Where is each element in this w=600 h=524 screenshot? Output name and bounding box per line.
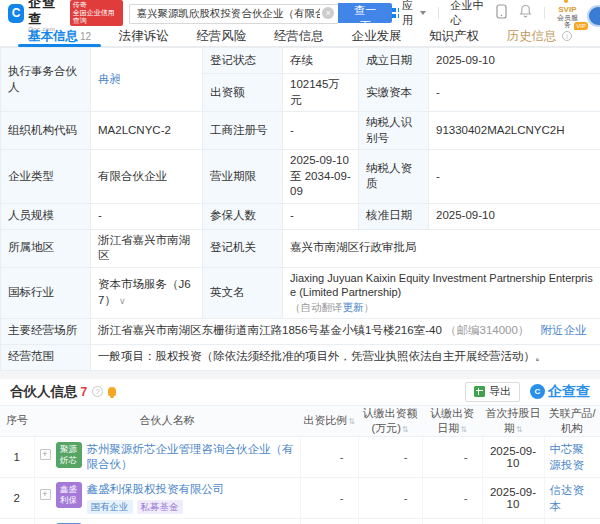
- tag-private-fund: 私募基金: [137, 500, 183, 514]
- col-header-name: 合伙人名称: [34, 405, 300, 436]
- industry-cell: 资本市场服务（J67）∨: [91, 267, 203, 318]
- qcc-company-page: C 企查查 Qcc.com 传奇 全国企业信用查询 × 查一下 应用: [0, 0, 600, 524]
- staff-size-value: -: [91, 203, 203, 229]
- col-header-amount[interactable]: 认缴出资额(万元)⇅: [358, 405, 422, 436]
- field-label: 登记状态: [203, 48, 283, 74]
- monitor-bell-icon[interactable]: [108, 387, 116, 396]
- capital-value: 102145万元: [283, 74, 359, 112]
- field-label: 参保人数: [203, 203, 283, 229]
- field-label: 执行事务合伙人: [1, 48, 91, 112]
- sort-icon: ⇅: [348, 417, 355, 426]
- paid-capital-value: -: [429, 74, 600, 112]
- tab-basic-info[interactable]: 基本信息12: [18, 26, 101, 47]
- expand-button[interactable]: +: [40, 449, 51, 460]
- ratio-cell: -: [300, 477, 358, 518]
- enterprise-center-link[interactable]: 企业中心: [451, 0, 484, 28]
- tab-legal[interactable]: 法律诉讼: [109, 26, 179, 47]
- expand-button[interactable]: +: [40, 489, 51, 500]
- executive-partner-link[interactable]: 冉昶: [98, 73, 121, 85]
- field-label: 人员规模: [1, 203, 91, 229]
- taxpayer-id-value: 91330402MA2LCNYC2H: [429, 112, 600, 150]
- related-org-link[interactable]: 信达资本: [550, 484, 585, 512]
- qcc-watermark: C 企查查: [530, 383, 590, 401]
- english-name: Jiaxing Juyuan Kaixin Equity Investment …: [290, 271, 593, 301]
- field-label: 纳税人资质: [359, 150, 429, 204]
- field-label: 工商注册号: [203, 112, 283, 150]
- amount-cell: -: [358, 477, 422, 518]
- col-header-date[interactable]: 认缴出资日期⇅: [422, 405, 482, 436]
- tab-ip[interactable]: 知识产权: [419, 26, 489, 47]
- partner-logo: 鑫盛利保: [56, 482, 82, 508]
- field-label: 登记机关: [203, 229, 283, 267]
- row-number: 1: [0, 436, 34, 477]
- ratio-cell: -: [300, 436, 358, 477]
- apps-grid-icon: [392, 8, 399, 18]
- amount-cell: -: [358, 436, 422, 477]
- col-header-no: 序号: [0, 405, 34, 436]
- auto-translate-note: （自动翻译更新）: [290, 300, 593, 314]
- sort-icon: ⇅: [460, 425, 467, 434]
- sort-icon: ⇅: [402, 425, 409, 434]
- field-label: 主要经营场所: [1, 318, 91, 344]
- authority-value: 嘉兴市南湖区行政审批局: [283, 229, 600, 267]
- mobile-app-icon[interactable]: [496, 4, 507, 23]
- field-label: 企业类型: [1, 150, 91, 204]
- col-header-ratio[interactable]: 出资比例⇅: [300, 405, 358, 436]
- search-bar: × 查一下: [129, 3, 392, 23]
- tax-qualification-value: -: [429, 150, 600, 204]
- first-date-cell: 2025-09-10: [482, 518, 544, 524]
- tab-risk[interactable]: 经营风险: [186, 26, 256, 47]
- partner-row: 2 + 鑫盛利保 鑫盛利保股权投资有限公司 国有企业 私募基金 -: [0, 477, 600, 518]
- company-type-value: 有限合伙企业: [91, 150, 203, 204]
- search-input[interactable]: [129, 4, 338, 24]
- section-divider: [0, 371, 600, 379]
- brand-name: 企查查: [28, 0, 56, 26]
- qcc-logo-icon[interactable]: C: [8, 4, 24, 23]
- address-value: 浙江省嘉兴市南湖区东栅街道南江路1856号基金小镇1号楼216室-40: [98, 324, 442, 336]
- apps-menu[interactable]: 应用: [392, 0, 425, 28]
- search-button[interactable]: 查一下: [338, 3, 392, 23]
- partner-logo: 聚源炘芯: [56, 442, 82, 468]
- zip-code: （邮编314000）: [445, 324, 529, 336]
- reg-status-value: 存续: [283, 48, 359, 74]
- field-label: 成立日期: [359, 48, 429, 74]
- business-term-value: 2025-09-10 至 2034-09-09: [283, 150, 359, 204]
- field-label: 经营范围: [1, 344, 91, 370]
- divider: [544, 7, 545, 19]
- tab-operation[interactable]: 经营信息: [264, 26, 334, 47]
- executive-partner-cell: 冉昶: [91, 48, 203, 112]
- col-header-first-date[interactable]: 首次持股日期⇅: [482, 405, 544, 436]
- field-label: 出资额: [203, 74, 283, 112]
- business-scope-value: 一般项目：股权投资（除依法须经批准的项目外，凭营业执照依法自主开展经营活动）。: [91, 344, 600, 370]
- partner-name-link[interactable]: 苏州聚源炘芯企业管理咨询合伙企业（有限合伙）: [87, 442, 295, 472]
- date-cell: -: [422, 436, 482, 477]
- info-icon: i: [562, 31, 572, 41]
- partner-name-link[interactable]: 鑫盛利保股权投资有限公司: [87, 482, 225, 497]
- top-bar: C 企查查 Qcc.com 传奇 全国企业信用查询 × 查一下 应用: [0, 0, 600, 26]
- col-header-related: 关联产品/机构: [544, 405, 600, 436]
- tab-development[interactable]: 企业发展: [341, 26, 411, 47]
- top-nav: 应用 企业中心 SVIP 会员服务: [392, 0, 592, 28]
- date-cell: -: [422, 518, 482, 524]
- tab-history[interactable]: 历史信息 VIP i: [497, 26, 582, 47]
- update-link[interactable]: 更新: [343, 301, 364, 313]
- field-label: 组织机构代码: [1, 112, 91, 150]
- first-date-cell: 2025-09-10: [482, 436, 544, 477]
- chevron-down-icon: [420, 11, 426, 15]
- ratio-cell: -: [300, 518, 358, 524]
- chevron-down-icon[interactable]: ∨: [119, 296, 126, 306]
- qcc-watermark-icon: C: [530, 384, 545, 399]
- partner-row: 3 + 泰康乾贞 南昌泰康乾贞股权投资基金（有限合伙） 私募基金 - - -: [0, 518, 600, 524]
- nearby-companies-link[interactable]: 附近企业: [541, 324, 587, 336]
- divider: [438, 7, 439, 19]
- address-cell: 浙江省嘉兴市南湖区东栅街道南江路1856号基金小镇1号楼216室-40 （邮编3…: [91, 318, 600, 344]
- export-button[interactable]: 导出: [465, 382, 520, 402]
- help-icon[interactable]: ?: [92, 386, 103, 397]
- related-org-link[interactable]: 中芯聚源投资: [550, 443, 585, 471]
- brand-slogan-badge: 传奇 全国企业信用查询: [70, 0, 124, 26]
- field-label: 国标行业: [1, 267, 91, 318]
- partner-row: 1 + 聚源炘芯 苏州聚源炘芯企业管理咨询合伙企业（有限合伙） - - - 20…: [0, 436, 600, 477]
- notification-bell-icon[interactable]: [519, 4, 532, 22]
- english-name-cell: Jiaxing Juyuan Kaixin Equity Investment …: [283, 267, 600, 318]
- field-label: 核准日期: [359, 203, 429, 229]
